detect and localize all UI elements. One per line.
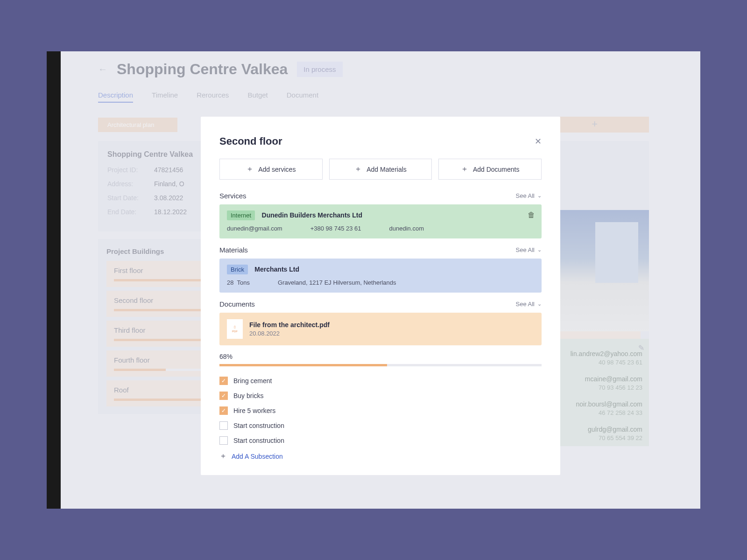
task-item: ✓Buy bricks <box>219 392 542 400</box>
task-label: Buy bricks <box>233 392 264 399</box>
service-email: dunedin@gmail.com <box>227 225 282 232</box>
task-label: Hire 5 workers <box>233 407 275 414</box>
add-documents-button[interactable]: ＋Add Documents <box>438 159 542 180</box>
material-card[interactable]: Brick Merchants Ltd 28 Tons Graveland, 1… <box>219 259 542 293</box>
document-date: 20.08.2022 <box>249 330 330 337</box>
material-company: Merchants Ltd <box>254 266 299 273</box>
service-phone: +380 98 745 23 61 <box>310 225 361 232</box>
progress-label: 68% <box>219 353 542 360</box>
service-site: dunedin.com <box>389 225 424 232</box>
documents-label: Documents <box>219 300 255 308</box>
checkbox[interactable]: ✓ <box>219 406 228 415</box>
material-address: Graveland, 1217 EJ Hilversum, Netherland… <box>278 279 396 286</box>
task-item: ✓Hire 5 workers <box>219 406 542 415</box>
task-item: Start construction <box>219 436 542 445</box>
task-label: Start construction <box>233 437 284 444</box>
service-card[interactable]: 🗑 Internet Dunedin Builders Merchants Lt… <box>219 204 542 238</box>
task-item: ✓Bring cement <box>219 377 542 385</box>
close-icon[interactable]: ✕ <box>535 136 542 147</box>
see-all-documents[interactable]: See All⌄ <box>516 301 542 308</box>
plus-icon: ＋ <box>461 164 468 174</box>
checkbox[interactable] <box>219 421 228 430</box>
trash-icon[interactable]: 🗑 <box>528 211 535 219</box>
left-rail <box>47 51 61 509</box>
checkbox[interactable]: ✓ <box>219 392 228 400</box>
add-subsection-button[interactable]: ＋Add A Subsection <box>219 451 542 461</box>
progress-bar <box>219 364 542 366</box>
material-tag: Brick <box>227 265 248 274</box>
plus-icon: ＋ <box>219 451 227 461</box>
service-company: Dunedin Builders Merchants Ltd <box>262 211 362 219</box>
add-services-button[interactable]: ＋Add services <box>219 159 323 180</box>
task-label: Bring cement <box>233 377 272 385</box>
plus-icon: ＋ <box>354 164 362 174</box>
see-all-materials[interactable]: See All⌄ <box>516 246 542 253</box>
task-label: Start construction <box>233 422 284 429</box>
task-item: Start construction <box>219 421 542 430</box>
pdf-icon: ▯PDF <box>227 319 243 339</box>
chevron-down-icon: ⌄ <box>537 247 542 253</box>
service-tag: Internet <box>227 210 255 220</box>
plus-icon: ＋ <box>246 164 254 174</box>
document-name: File from the architect.pdf <box>249 321 330 329</box>
checkbox[interactable]: ✓ <box>219 377 228 385</box>
services-label: Services <box>219 192 247 200</box>
materials-label: Materials <box>219 246 248 254</box>
see-all-services[interactable]: See All⌄ <box>516 192 542 199</box>
chevron-down-icon: ⌄ <box>537 193 542 199</box>
material-qty: 28 <box>227 279 233 286</box>
chevron-down-icon: ⌄ <box>537 301 542 307</box>
add-materials-button[interactable]: ＋Add Materials <box>329 159 432 180</box>
checkbox[interactable] <box>219 436 228 445</box>
modal-title: Second floor <box>219 135 282 147</box>
material-unit: Tons <box>237 279 249 286</box>
document-card[interactable]: ▯PDF File from the architect.pdf 20.08.2… <box>219 313 542 345</box>
floor-modal: Second floor ✕ ＋Add services ＋Add Materi… <box>201 117 560 475</box>
